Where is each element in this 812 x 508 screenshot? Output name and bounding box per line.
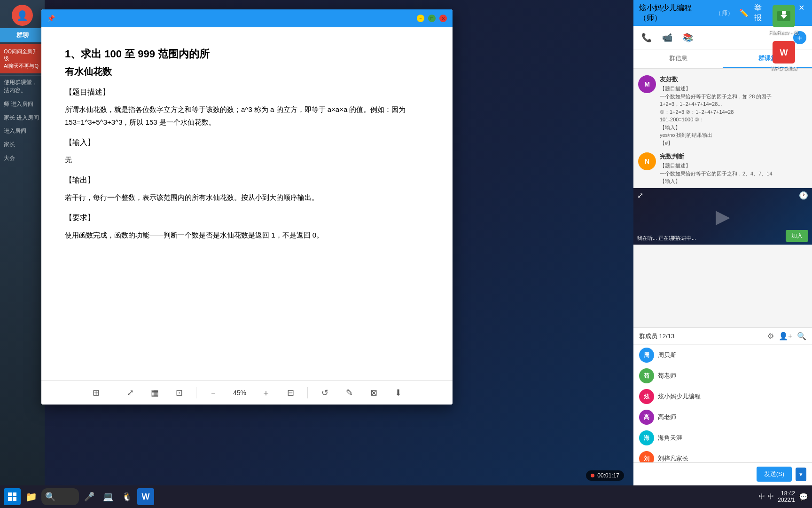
pdf-titlebar: 📌 － □ ✕ (41, 9, 453, 27)
taskbar-search[interactable]: 🔍 (41, 488, 79, 505)
grid-view-button[interactable]: ⊞ (88, 385, 103, 400)
video-join-button[interactable]: 加入 (786, 230, 808, 242)
sidebar-menu-2[interactable]: 师 进入房间 (0, 97, 45, 111)
msg-content-4: 友好数 【题目描述】 一个数如果恰好等于它的因子之和，如 28 的因子 1、2、… (660, 75, 807, 147)
separator-1 (113, 387, 113, 398)
desktop-icons-area: FileRecv - 收 W WPS Office (765, 5, 803, 71)
member-avatar-6: 刘 (639, 451, 654, 462)
member-item-6[interactable]: 刘 刘梓凡家长 (633, 448, 812, 462)
qq-sidebar: 👤 群聊 QQ问问全新升级 AI聊天不再与Q 使用群课堂，法内容。 师 进入房间… (0, 0, 45, 485)
members-search-icon[interactable]: 🔍 (797, 332, 806, 341)
members-section: 群成员 12/13 ⚙ 👤+ 🔍 周 周贝斯 苟 苟老师 ✏ (633, 327, 812, 462)
svg-rect-8 (13, 497, 16, 501)
taskbar-file-explorer[interactable]: 📁 (23, 488, 39, 505)
message-list[interactable]: M 友好数 【题目描述】 一个数如果恰好等于它的因子之和，如 28 的因子 1、… (633, 69, 812, 327)
sidebar-tab-qunchat[interactable]: 群聊 (0, 28, 45, 42)
pin-icon: 📌 (47, 15, 55, 22)
sidebar-notification: QQ问问全新升级 AI聊天不再与Q (0, 44, 45, 73)
taskbar-mic[interactable]: 🎤 (81, 488, 98, 505)
message-item-5[interactable]: N 完数判断 【题目描述】 一个数如果恰好等于它的因子之和，2、4、7、14 1… (633, 150, 812, 188)
taskbar-lang: 中 (759, 492, 765, 501)
window-controls: － □ ✕ (417, 15, 447, 22)
separator-3 (307, 387, 308, 398)
member-item-5[interactable]: 海 海角天涯 (633, 428, 812, 448)
taskbar-left: 📁 🔍 🎤 💻 🐧 W (4, 488, 154, 505)
svg-text:W: W (780, 48, 788, 57)
taskbar-notification-icon[interactable]: 💬 (799, 492, 808, 501)
msg-preview-5: 【题目描述】 一个数如果恰好等于它的因子之和，2、4、7、14 1+2+4+7+… (660, 162, 773, 185)
recording-indicator: 00:01:17 (586, 470, 624, 481)
section-input-body: 无 (65, 153, 429, 166)
msg-content-5: 完数判断 【题目描述】 一个数如果恰好等于它的因子之和，2、4、7、14 1+2… (660, 152, 807, 185)
video-expand-icon[interactable]: ⤢ (637, 191, 643, 200)
members-header-icons: ⚙ 👤+ 🔍 (767, 332, 806, 341)
svg-rect-6 (13, 492, 16, 496)
pdf-heading1: 1、求出 100 至 999 范围内的所 (65, 46, 429, 62)
member-avatar-3: 炫 (639, 389, 654, 404)
screenshot-button[interactable]: ⊠ (366, 385, 381, 400)
user-avatar[interactable]: 👤 (12, 5, 33, 26)
members-add-member-icon[interactable]: 👤+ (779, 332, 792, 341)
edit-header-icon[interactable]: ✏️ (739, 8, 749, 17)
fit-width-button[interactable]: ⊟ (283, 385, 298, 400)
download-button[interactable]: ⬇ (390, 385, 406, 400)
members-header: 群成员 12/13 ⚙ 👤+ 🔍 (633, 328, 812, 345)
phone-call-button[interactable]: 📞 (639, 30, 654, 45)
right-panel-title: 炫小妈少儿编程（师） (639, 3, 711, 23)
minimize-button[interactable]: － (417, 15, 424, 22)
sidebar-menu-3[interactable]: 家长 进入房间 (0, 111, 45, 125)
msg-avatar-5: N (638, 152, 656, 170)
member-item-3[interactable]: 炫 炫小妈少儿编程 (633, 386, 812, 407)
zoom-out-button[interactable]: － (206, 385, 221, 400)
pdf-content: 1、求出 100 至 999 范围内的所 有水仙花数 【题目描述】 所谓水仙花数… (41, 27, 453, 380)
send-dropdown-button[interactable]: ▾ (796, 468, 806, 481)
member-item-2[interactable]: 苟 苟老师 ✏ (633, 365, 812, 386)
wps-icon: W (773, 41, 795, 64)
tab-group-info[interactable]: 群信息 (633, 49, 723, 68)
member-item-1[interactable]: 周 周贝斯 (633, 345, 812, 365)
member-name-2: 苟老师 (658, 372, 676, 380)
zoom-in-button[interactable]: ＋ (258, 385, 273, 400)
crop-button[interactable]: ⊡ (172, 385, 187, 400)
desktop-icon-filerecv-label: FileRecv - 收 (769, 29, 799, 36)
sidebar-menu-1[interactable]: 使用群课堂，法内容。 (0, 76, 45, 97)
msg-title-5: 完数判断 (660, 152, 684, 161)
video-call-button[interactable]: 📹 (660, 30, 675, 45)
section-output-header: 【输出】 (65, 175, 429, 185)
recording-time: 00:01:17 (597, 472, 619, 479)
sidebar-menu-4[interactable]: 进入房间 (0, 124, 45, 138)
send-button[interactable]: 发送(S) (757, 467, 792, 482)
taskbar-clock: 18:42 2022/1 (778, 490, 795, 503)
edit-button[interactable]: ✎ (342, 385, 357, 400)
classroom-button[interactable]: 📚 (680, 30, 695, 45)
section-desc-body: 所谓水仙花数，就是指各位数字立方之和等于该数的数；a^3 称为 a 的立方，即等… (65, 103, 429, 128)
svg-rect-2 (782, 11, 786, 15)
separator-2 (196, 387, 196, 398)
sidebar-menu-5[interactable]: 家长 (0, 138, 45, 151)
close-button[interactable]: ✕ (439, 15, 447, 22)
taskbar-dev[interactable]: 💻 (100, 488, 117, 505)
members-settings-icon[interactable]: ⚙ (767, 332, 774, 341)
message-item-4[interactable]: M 友好数 【题目描述】 一个数如果恰好等于它的因子之和，如 28 的因子 1、… (633, 72, 812, 150)
start-button[interactable] (4, 488, 21, 505)
desktop-icon-wps[interactable]: W WPS Office (765, 41, 803, 71)
thumbnail-button[interactable]: ▦ (147, 385, 162, 400)
member-avatar-4: 高 (639, 410, 654, 425)
section-desc-header: 【题目描述】 (65, 87, 429, 97)
taskbar-sys-icons: 中 中 (759, 492, 774, 501)
member-avatar-1: 周 (639, 348, 654, 363)
rotate-button[interactable]: ↺ (317, 385, 332, 400)
zoom-level: 45% (230, 389, 249, 397)
taskbar-word[interactable]: W (137, 488, 154, 505)
header-subtitle: （师） (715, 9, 734, 17)
video-area: ▶ 我在听... 正在讲中... 加入 正在讲中... ⤢ 🕐 (633, 188, 812, 245)
member-item-4[interactable]: 高 高老师 (633, 407, 812, 428)
maximize-button[interactable]: □ (428, 15, 436, 22)
member-avatar-5: 海 (639, 430, 654, 445)
sidebar-menu-6[interactable]: 大会 (0, 151, 45, 165)
taskbar-qq[interactable]: 🐧 (118, 488, 135, 505)
section-require-body: 使用函数完成，函数的功能——判断一个数是否是水仙花数是返回 1，不是返回 0。 (65, 229, 429, 241)
fit-page-button[interactable]: ⤢ (123, 385, 138, 400)
pdf-toolbar: ⊞ ⤢ ▦ ⊡ － 45% ＋ ⊟ ↺ ✎ ⊠ ⬇ (41, 380, 453, 405)
desktop-icon-filerecv[interactable]: FileRecv - 收 (765, 5, 803, 36)
